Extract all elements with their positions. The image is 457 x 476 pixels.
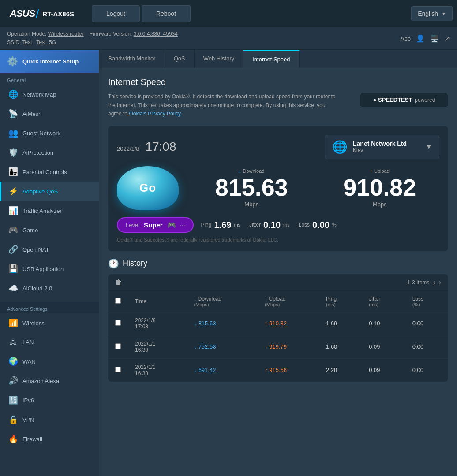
loss-stat: Loss 0.00 % <box>299 220 337 230</box>
delete-icon[interactable]: 🗑 <box>115 279 122 286</box>
vpn-icon: 🔒 <box>8 415 18 424</box>
col-checkbox <box>108 291 128 312</box>
loss-unit: % <box>332 222 337 227</box>
ping-stat: Ping 1.69 ms <box>201 220 240 230</box>
sidebar-item-network-map[interactable]: 🌐 Network Map <box>0 85 99 104</box>
row-download: ↓ 691.42 <box>187 358 258 382</box>
sidebar-label: Game <box>22 227 38 234</box>
sidebar-item-wan[interactable]: 🌍 WAN <box>0 352 99 371</box>
table-row: 2022/1/116:38 ↓ 691.42 ↑ 915.56 2.28 0.0… <box>108 358 448 382</box>
download-col: ↓ Download 815.63 Mbps <box>192 168 311 208</box>
isp-city: Kiev <box>353 147 420 153</box>
ssid-label: SSID: <box>7 39 21 45</box>
privacy-link[interactable]: Ookla's Privacy Policy <box>129 111 181 117</box>
col-loss: Loss (%) <box>405 291 448 312</box>
reboot-button[interactable]: Reboot <box>142 5 191 22</box>
sidebar-label: Guest Network <box>22 130 60 137</box>
operation-mode-value[interactable]: Wireless router <box>48 31 84 37</box>
sidebar-item-usb-application[interactable]: 💾 USB Application <box>0 259 99 279</box>
level-row: Level Super 🎮 ··· Ping 1.69 ms Jitter <box>117 217 439 233</box>
download-label: ↓ Download <box>192 168 311 174</box>
level-badge: Level Super 🎮 ··· <box>117 217 194 233</box>
col-upload: ↑ Upload (Mbps) <box>258 291 319 312</box>
sidebar-label: AiProtection <box>22 149 53 156</box>
prev-page-button[interactable]: ‹ <box>433 279 435 286</box>
language-selector[interactable]: English ▼ <box>411 6 453 21</box>
sidebar-label: USB Application <box>22 266 64 272</box>
tab-bandwidth-monitor[interactable]: Bandwidth Monitor <box>99 50 165 68</box>
sidebar-item-open-nat[interactable]: 🔗 Open NAT <box>0 240 99 259</box>
row-upload: ↑ 919.79 <box>258 335 319 358</box>
select-all-checkbox[interactable] <box>115 298 121 304</box>
row-checkbox[interactable] <box>108 335 128 358</box>
tab-qos[interactable]: QoS <box>165 50 195 68</box>
col-jitter: Jitter (ms) <box>362 291 405 312</box>
sidebar-item-vpn[interactable]: 🔒 VPN <box>0 410 99 429</box>
logo-text: ASUS <box>10 8 35 19</box>
content-panel: Internet Speed This service is provided … <box>99 68 457 476</box>
row-checkbox[interactable] <box>108 312 128 335</box>
firmware-value[interactable]: 3.0.0.4.386_45934 <box>134 31 178 37</box>
sidebar-item-ipv6[interactable]: 🔢 IPv6 <box>0 390 99 410</box>
sidebar-item-game[interactable]: 🎮 Game <box>0 220 99 240</box>
sidebar-item-amazon-alexa[interactable]: 🔊 Amazon Alexa <box>0 371 99 390</box>
row-loss: 0.00 <box>405 335 448 358</box>
sidebar-item-adaptive-qos[interactable]: ⚡ Adaptive QoS <box>0 182 99 201</box>
history-icon: 🕐 <box>108 258 119 269</box>
chevron-down-icon: ▼ <box>426 143 432 150</box>
ping-unit: ms <box>234 222 240 227</box>
sidebar-label: Amazon Alexa <box>22 378 59 384</box>
row-ping: 1.69 <box>319 312 362 335</box>
next-page-button[interactable]: › <box>439 279 441 286</box>
sidebar-item-parental-controls[interactable]: 👨‍👧 Parental Controls <box>0 162 99 182</box>
logo-area: ASUS / RT-AX86S <box>4 4 79 24</box>
sidebar-item-firewall[interactable]: 🔥 Firewall <box>0 429 99 449</box>
tab-internet-speed[interactable]: Internet Speed <box>243 50 299 68</box>
sidebar-label: Parental Controls <box>22 169 67 175</box>
speed-numbers: ↓ Download 815.63 Mbps ↑ Upload 910.82 <box>192 168 439 208</box>
parental-controls-icon: 👨‍👧 <box>8 167 18 177</box>
jitter-stat: Jitter 0.10 ms <box>249 220 290 230</box>
quick-setup-button[interactable]: ⚙️ Quick Internet Setup <box>0 50 99 73</box>
sidebar-label: WAN <box>22 358 36 365</box>
sidebar-item-wireless[interactable]: 📶 Wireless <box>0 313 99 333</box>
monitor-icon[interactable]: 🖥️ <box>430 34 439 43</box>
logout-button[interactable]: Logout <box>92 5 140 22</box>
sidebar: ⚙️ Quick Internet Setup General 🌐 Networ… <box>0 50 99 476</box>
col-time: Time <box>128 291 187 312</box>
speedtest-badge: ● SPEEDTEST powered <box>360 93 448 107</box>
level-label: Level <box>126 222 139 228</box>
page-title: Internet Speed <box>108 77 448 87</box>
isp-selector[interactable]: 🌐 Lanet Network Ltd Kiev ▼ <box>325 135 439 159</box>
sidebar-label: AiCloud 2.0 <box>22 285 52 292</box>
download-value: 815.63 <box>192 175 311 199</box>
go-button[interactable]: Go <box>117 166 179 210</box>
ssid-value-2[interactable]: Test_5G <box>36 39 56 45</box>
user-icon[interactable]: 👤 <box>416 34 425 43</box>
go-button-area: Go <box>117 166 179 210</box>
network-map-icon: 🌐 <box>8 89 18 99</box>
ssid-value-1[interactable]: Test <box>22 39 32 45</box>
share-icon[interactable]: ↗ <box>444 34 450 43</box>
sidebar-item-aicloud[interactable]: ☁️ AiCloud 2.0 <box>0 279 99 298</box>
advanced-section-label: Advanced Settings <box>0 302 99 313</box>
sidebar-item-aimesh[interactable]: 📡 AiMesh <box>0 104 99 123</box>
upload-arrow-icon: ↑ <box>370 168 373 174</box>
globe-icon: 🌐 <box>332 140 348 154</box>
main-layout: ⚙️ Quick Internet Setup General 🌐 Networ… <box>0 50 457 476</box>
row-ping: 1.60 <box>319 335 362 358</box>
speed-meter-top: 2022/1/8 17:08 🌐 Lanet Network Ltd Kiev … <box>117 135 439 159</box>
row-upload: ↑ 915.56 <box>258 358 319 382</box>
sidebar-label: AiMesh <box>22 111 41 117</box>
speed-display-row: Go ↓ Download 815.63 Mbps <box>117 166 439 210</box>
disclaimer-text: Ookla® and Speedtest® are federally regi… <box>117 237 439 242</box>
download-unit: Mbps <box>192 201 311 208</box>
row-checkbox[interactable] <box>108 358 128 382</box>
table-row: 2022/1/817:08 ↓ 815.63 ↑ 910.82 1.69 0.1… <box>108 312 448 335</box>
history-table-wrap: 🗑 1-3 Items ‹ › Time <box>108 274 448 382</box>
tab-web-history[interactable]: Web History <box>195 50 244 68</box>
sidebar-item-aiprotection[interactable]: 🛡️ AiProtection <box>0 143 99 162</box>
sidebar-item-guest-network[interactable]: 👥 Guest Network <box>0 123 99 143</box>
sidebar-item-traffic-analyzer[interactable]: 📊 Traffic Analyzer <box>0 201 99 220</box>
sidebar-item-lan[interactable]: 🖧 LAN <box>0 333 99 352</box>
